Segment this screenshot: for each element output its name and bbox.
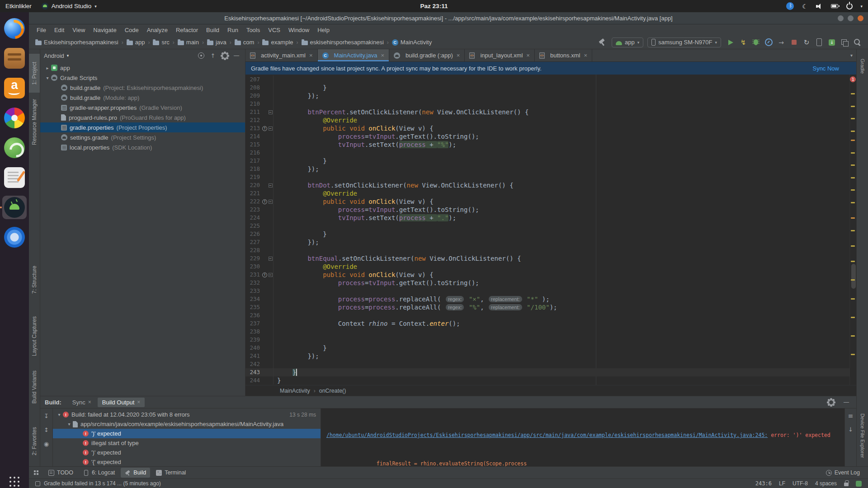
bluetooth-icon[interactable]: [786, 2, 794, 10]
code-line[interactable]: 240 }: [245, 344, 856, 352]
warning-mark[interactable]: [851, 245, 855, 247]
hide-panel-icon[interactable]: [231, 51, 241, 60]
code-line[interactable]: 214 process=tvInput.getText().toString()…: [245, 132, 856, 141]
menu-run[interactable]: Run: [223, 25, 242, 35]
tray-chevron-down-icon[interactable]: ▾: [860, 4, 863, 9]
overriding-method-icon[interactable]: ↑: [262, 126, 267, 131]
stripe-build-variants[interactable]: Build Variants: [29, 362, 40, 412]
code-line[interactable]: 237 Context rhino = Context.enter();: [245, 319, 856, 328]
breadcrumb-item[interactable]: Eskisehirsporhesapmakinesi: [34, 38, 119, 46]
code-line[interactable]: 222↑− public void onClick(View v) {: [245, 197, 856, 206]
code-line[interactable]: 216: [245, 149, 856, 157]
tab-mainactivity-java[interactable]: MainActivity.java×: [318, 49, 389, 61]
gradle-daemon-icon[interactable]: [856, 481, 862, 487]
status-message[interactable]: Gradle build failed in 13 s 174 ... (5 m…: [44, 480, 161, 487]
menu-code[interactable]: Code: [121, 25, 143, 35]
dock-item-chromium[interactable]: [2, 225, 27, 249]
menu-analyze[interactable]: Analyze: [143, 25, 172, 35]
breadcrumb-method[interactable]: onCreate(): [319, 388, 346, 394]
event-log-button[interactable]: Event Log: [826, 469, 863, 476]
stripe-2-favorites[interactable]: 2: Favorites: [29, 418, 40, 465]
apply-button[interactable]: [738, 38, 749, 47]
build-console[interactable]: /home/ubuntu/AndroidStudioProjects/Eskis…: [321, 408, 844, 466]
debug-button[interactable]: [750, 38, 761, 47]
lock-icon[interactable]: [844, 483, 849, 486]
breadcrumb-item[interactable]: java: [206, 38, 227, 46]
code-line[interactable]: 208 }: [245, 84, 856, 92]
fold-marker-icon[interactable]: −: [269, 273, 273, 277]
overriding-method-icon[interactable]: ↑: [262, 272, 267, 277]
warning-mark[interactable]: [851, 177, 855, 178]
tree-row[interactable]: proguard-rules.pro(ProGuard Rules for ap…: [40, 113, 245, 122]
code-line[interactable]: 219: [245, 173, 856, 181]
build-tree-row[interactable]: ')' expected: [53, 448, 321, 457]
code-line[interactable]: 211− btnPercent.setOnClickListener(new V…: [245, 108, 856, 116]
warning-mark[interactable]: [851, 261, 855, 262]
power-icon[interactable]: [846, 3, 853, 9]
minimize-button[interactable]: [838, 15, 844, 21]
encoding-indicator[interactable]: UTF-8: [793, 480, 808, 487]
build-settings-icon[interactable]: [826, 397, 836, 407]
toolwindow-button-terminal[interactable]: Terminal: [152, 468, 190, 478]
code-line[interactable]: 215 tvInput.setText(process + "%");: [245, 141, 856, 149]
warning-mark[interactable]: [851, 131, 855, 132]
scroll-to-end-icon[interactable]: [845, 424, 856, 434]
error-count-badge[interactable]: 1: [850, 76, 856, 82]
code-line[interactable]: 229− btnEqual.setOnClickListener(new Vie…: [245, 254, 856, 263]
code-line[interactable]: 210: [245, 100, 856, 108]
minimize-panel-icon[interactable]: [841, 397, 852, 407]
dock-item-amazon[interactable]: [2, 76, 27, 100]
error-file-link[interactable]: /home/ubuntu/AndroidStudioProjects/Eskis…: [326, 432, 768, 438]
close-icon[interactable]: ×: [88, 399, 91, 405]
stripe-resource-manager[interactable]: Resource Manager: [29, 94, 40, 150]
scrollbar-thumb[interactable]: [851, 264, 856, 289]
tree-row[interactable]: ▾Gradle Scripts: [40, 73, 245, 83]
dock-item-files[interactable]: [2, 47, 27, 70]
warning-mark[interactable]: [851, 164, 855, 166]
build-tab-sync[interactable]: Sync×: [68, 398, 96, 407]
make-project-button[interactable]: [597, 38, 608, 47]
warning-mark[interactable]: [851, 230, 855, 231]
tree-right-arrow-icon[interactable]: ▸: [44, 66, 51, 70]
code-line[interactable]: 227 });: [245, 238, 856, 246]
toolwindow-button-todo[interactable]: TODO: [44, 468, 77, 478]
export-icon[interactable]: [41, 411, 52, 421]
close-icon[interactable]: ×: [526, 52, 530, 59]
warning-mark[interactable]: [851, 202, 855, 203]
tree-down-arrow-icon[interactable]: ▾: [66, 422, 73, 427]
code-line[interactable]: 225: [245, 222, 856, 230]
stripe-gradle[interactable]: Gradle: [857, 53, 868, 80]
code-line[interactable]: 239: [245, 336, 856, 344]
nightlight-moon-icon[interactable]: [801, 2, 809, 10]
menu-navigate[interactable]: Navigate: [89, 25, 120, 35]
close-icon[interactable]: ×: [309, 52, 313, 59]
tree-row[interactable]: settings.gradle(Project Settings): [40, 132, 245, 142]
locate-file-icon[interactable]: [196, 51, 206, 60]
build-tree-row[interactable]: '{' expected: [53, 457, 321, 466]
error-stripe[interactable]: 1: [849, 75, 856, 385]
breadcrumb-item[interactable]: src: [152, 38, 170, 46]
build-tree-row[interactable]: illegal start of type: [53, 438, 321, 448]
app-menu[interactable]: Android Studio ▾: [42, 3, 97, 9]
tree-row[interactable]: gradle.properties(Project Properties): [40, 122, 245, 132]
stripe-1-project[interactable]: 1: Project: [29, 54, 40, 93]
stop-button[interactable]: [788, 38, 799, 47]
warning-mark[interactable]: [851, 317, 855, 318]
warning-mark[interactable]: [851, 152, 855, 154]
expand-collapse-icon[interactable]: [41, 425, 52, 435]
tab-buttons-xml[interactable]: buttons.xml×: [535, 49, 592, 61]
tree-row[interactable]: build.gradle(Module: app): [40, 93, 245, 103]
build-tree-row[interactable]: ')' expected: [53, 429, 321, 438]
device-button[interactable]: [814, 38, 825, 47]
close-icon[interactable]: ×: [137, 399, 140, 405]
search-button[interactable]: [852, 38, 863, 47]
code-line[interactable]: 236: [245, 311, 856, 319]
battery-icon[interactable]: [831, 4, 838, 8]
code-line[interactable]: 243 }: [245, 368, 856, 376]
run-button[interactable]: [725, 38, 736, 47]
breadcrumb-item[interactable]: eskisehirsporhesapmakinesi: [301, 38, 385, 46]
volume-icon[interactable]: [816, 2, 824, 10]
maximize-button[interactable]: [848, 15, 854, 21]
code-line[interactable]: 213↑− public void onClick(View v) {: [245, 124, 856, 132]
project-view-selector[interactable]: Android ▾: [44, 52, 69, 59]
